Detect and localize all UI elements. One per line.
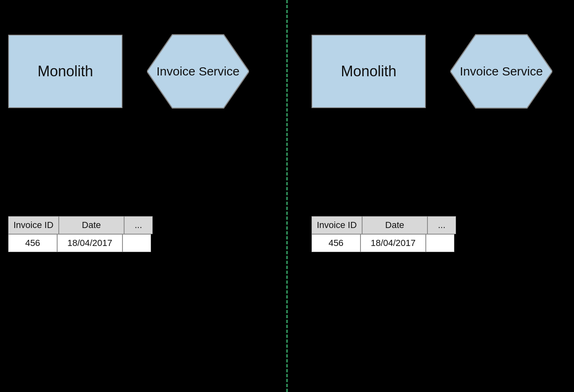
left-data-invoice-id: 456 <box>8 234 57 252</box>
right-monolith-label: Monolith <box>341 63 396 80</box>
left-table-data-row: 456 18/04/2017 <box>8 234 153 252</box>
left-data-ellipsis <box>122 234 151 252</box>
left-monolith-label: Monolith <box>38 63 93 80</box>
left-panel: Monolith Invoice Service Invoice ID Date… <box>0 0 287 392</box>
right-table: Invoice ID Date ... 456 18/04/2017 <box>311 216 456 252</box>
main-container: Monolith Invoice Service Invoice ID Date… <box>0 0 574 392</box>
left-data-date: 18/04/2017 <box>57 234 122 252</box>
right-monolith-shape: Monolith <box>311 35 426 108</box>
right-table-header-row: Invoice ID Date ... <box>311 216 456 234</box>
left-monolith-shape: Monolith <box>8 35 122 108</box>
right-invoice-service-shape: Invoice Service <box>450 33 552 110</box>
right-data-invoice-id: 456 <box>311 234 360 252</box>
right-invoice-service-label: Invoice Service <box>460 64 543 79</box>
right-table-data-row: 456 18/04/2017 <box>311 234 456 252</box>
left-header-ellipsis: ... <box>124 216 153 234</box>
left-header-invoice-id: Invoice ID <box>8 216 59 234</box>
right-header-ellipsis: ... <box>427 216 456 234</box>
left-invoice-service-label: Invoice Service <box>156 64 239 79</box>
right-data-ellipsis <box>426 234 454 252</box>
left-shapes-row: Monolith Invoice Service <box>8 33 249 110</box>
right-header-invoice-id: Invoice ID <box>311 216 362 234</box>
vertical-divider <box>286 0 288 392</box>
right-shapes-row: Monolith Invoice Service <box>311 33 552 110</box>
right-header-date: Date <box>362 216 427 234</box>
left-header-date: Date <box>59 216 124 234</box>
right-panel: Monolith Invoice Service Invoice ID Date… <box>287 0 574 392</box>
right-data-date: 18/04/2017 <box>360 234 426 252</box>
left-invoice-service-shape: Invoice Service <box>147 33 249 110</box>
left-table-header-row: Invoice ID Date ... <box>8 216 153 234</box>
left-table: Invoice ID Date ... 456 18/04/2017 <box>8 216 153 252</box>
